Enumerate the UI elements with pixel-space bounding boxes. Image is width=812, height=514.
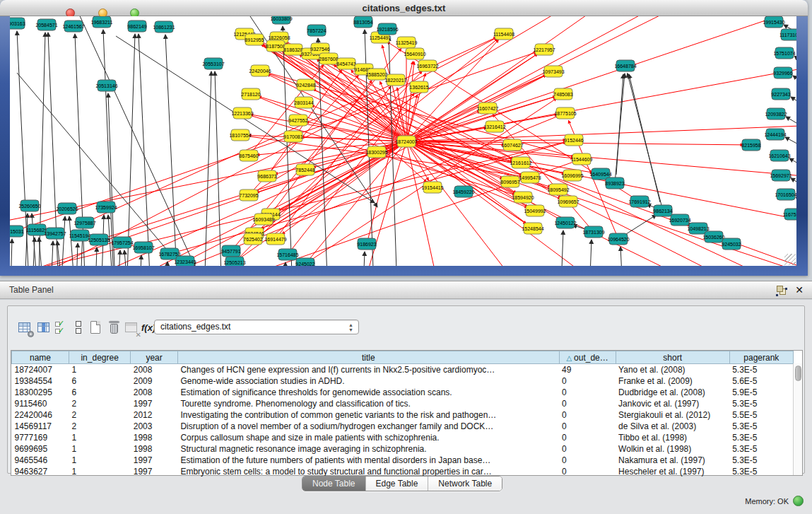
graph-node[interactable]: 7852448 <box>295 164 314 175</box>
graph-node[interactable]: 12217957 <box>533 44 555 55</box>
graph-node[interactable]: 15248544 <box>522 223 543 234</box>
graph-node[interactable]: 16074627 <box>501 139 523 151</box>
graph-node[interactable]: 10964520 <box>607 233 629 245</box>
graph-node[interactable]: 2803144 <box>294 97 313 108</box>
graph-node[interactable]: 15751074 <box>773 47 795 59</box>
graph-node[interactable]: 20553107 <box>202 58 224 69</box>
table-row[interactable]: 1456911722003Disruption of a novel membe… <box>12 421 794 432</box>
graph-node[interactable]: 19683211 <box>91 16 113 28</box>
graph-node[interactable]: 17691912 <box>628 196 650 207</box>
graph-node[interactable]: 15692971 <box>770 170 792 181</box>
graph-node[interactable]: 15640910 <box>404 48 425 59</box>
select-columns-icon[interactable]: ✓ ✓ <box>54 320 70 336</box>
graph-node[interactable]: 9245022 <box>295 258 314 266</box>
graph-node[interactable]: 16096995 <box>561 170 583 181</box>
row-height-icon[interactable] <box>71 320 87 336</box>
resize-grip[interactable] <box>784 254 796 265</box>
network-canvas[interactable]: 1872400712125443182260588912955818750881… <box>10 16 796 266</box>
new-column-icon[interactable] <box>88 320 104 336</box>
graph-node[interactable]: 8215958 <box>741 139 760 151</box>
graph-node[interactable]: 7732095 <box>239 189 258 201</box>
table-row[interactable]: 1872400712008Changes of HCN gene express… <box>12 364 794 376</box>
graph-node[interactable]: 14995478 <box>519 172 541 183</box>
graph-node[interactable]: 9862134 <box>653 205 672 216</box>
graph-node[interactable]: 16210643 <box>768 150 790 161</box>
graph-node[interactable]: 9427552 <box>288 115 307 126</box>
tab-edge-table[interactable]: Edge Table <box>366 477 429 491</box>
table-row[interactable]: 969969511998Structural magnetic resonanc… <box>12 443 794 455</box>
table-selector-dropdown[interactable]: citations_edges.txt ▲▼ <box>154 320 359 334</box>
graph-node[interactable]: 9242848 <box>296 79 315 90</box>
delete-table-icon[interactable]: ✕ <box>124 320 139 336</box>
graph-node[interactable]: 25260650 <box>18 200 40 211</box>
graph-node[interactable]: 16920734 <box>669 214 690 226</box>
graph-node[interactable]: 16093489 <box>252 214 274 225</box>
graph-node[interactable]: 18594920 <box>512 192 534 203</box>
scrollbar-thumb[interactable] <box>795 366 801 381</box>
graph-node[interactable]: 12323445 <box>174 256 196 266</box>
column-header-name[interactable]: name <box>12 351 69 364</box>
graph-node[interactable]: 20206526 <box>56 203 78 214</box>
graph-node[interactable]: 12975887 <box>73 217 95 228</box>
graph-node[interactable]: 8903163 <box>10 18 25 29</box>
table-row[interactable]: 1830029562008Estimation of significance … <box>12 387 794 398</box>
graph-node[interactable]: 18731309 <box>582 226 604 238</box>
graph-node[interactable]: 9686373 <box>257 170 276 182</box>
graph-node[interactable]: 8187508 <box>266 40 285 52</box>
graph-node[interactable]: 11607427 <box>477 103 499 114</box>
graph-node[interactable]: 16914479 <box>264 233 286 245</box>
graph-hub-node[interactable]: 18724007 <box>395 136 417 147</box>
graph-node[interactable]: 9862149 <box>127 21 146 32</box>
table-settings-icon[interactable] <box>17 320 33 336</box>
graph-node[interactable]: 18095492 <box>547 184 569 195</box>
graph-node[interactable]: 8454743 <box>336 58 355 69</box>
table-vertical-scrollbar[interactable] <box>793 363 802 475</box>
table-row[interactable]: 977716911998Corpus callosum shape and si… <box>12 432 794 443</box>
column-header-pagerank[interactable]: pagerank <box>729 351 793 364</box>
graph-node[interactable]: 8675460 <box>239 150 258 161</box>
graph-node[interactable]: 12450122 <box>554 217 576 228</box>
tab-node-table[interactable]: Node Table <box>302 477 366 491</box>
column-header-in_degree[interactable]: in_degree <box>69 351 131 364</box>
graph-node[interactable]: 7625402 <box>243 233 262 245</box>
graph-node[interactable]: 17957254 <box>111 237 133 248</box>
graph-node[interactable]: 10861231 <box>153 21 175 33</box>
table-columns-icon[interactable] <box>36 320 52 336</box>
graph-node[interactable]: 9457791 <box>221 245 240 257</box>
table-row[interactable]: 2242004622012Investigating the contribut… <box>12 409 794 421</box>
graph-node[interactable]: 9186923 <box>357 238 376 250</box>
network-view-window[interactable]: citations_edges.txt 18724007121254431822… <box>0 0 808 276</box>
graph-node[interactable]: 18775105 <box>554 107 576 119</box>
column-header-year[interactable]: year <box>131 351 178 364</box>
table-row[interactable]: 946554611997Estimation of the future num… <box>12 455 794 466</box>
graph-node[interactable]: 12505135 <box>88 234 110 245</box>
graph-node[interactable]: 1362615 <box>409 81 428 93</box>
graph-node[interactable]: 10969657 <box>557 196 579 207</box>
graph-node[interactable]: 2867608 <box>319 53 338 64</box>
graph-node[interactable]: 20513146 <box>95 80 117 91</box>
graph-node[interactable]: 19915430 <box>763 16 784 28</box>
graph-node[interactable]: 9329966 <box>773 67 792 78</box>
graph-node[interactable]: 9227343 <box>771 88 790 100</box>
graph-node[interactable]: 13216412 <box>483 121 505 132</box>
close-panel-icon[interactable]: ✕ <box>794 284 805 296</box>
graph-node[interactable]: 9152446 <box>564 134 583 146</box>
graph-node[interactable]: 12461567 <box>62 21 84 32</box>
graph-node[interactable]: 16648784 <box>614 60 636 71</box>
graph-node[interactable]: 11154408 <box>493 28 514 40</box>
graph-node[interactable]: 3915031 <box>10 226 24 237</box>
graph-node[interactable]: 8938923 <box>605 177 624 189</box>
graph-node[interactable]: 8813054 <box>353 16 372 28</box>
column-header-short[interactable]: short <box>616 351 729 364</box>
graph-node[interactable]: 15049992 <box>524 205 546 216</box>
graph-node[interactable]: 7857224 <box>307 25 326 36</box>
graph-node[interactable]: 19154415 <box>421 182 443 193</box>
graph-node[interactable]: 16963722 <box>416 60 438 71</box>
graph-node[interactable]: 10973493 <box>542 66 564 77</box>
graph-node[interactable]: 12161612 <box>510 157 531 168</box>
graph-node[interactable]: 8186328 <box>283 44 302 55</box>
graph-node[interactable]: 20584571 <box>35 19 57 30</box>
graph-node[interactable]: 9245032 <box>722 238 741 250</box>
node-table-grid[interactable]: namein_degreeyeartitle△out_de…shortpager… <box>11 351 794 477</box>
graph-node[interactable]: 11675310 <box>783 209 796 220</box>
